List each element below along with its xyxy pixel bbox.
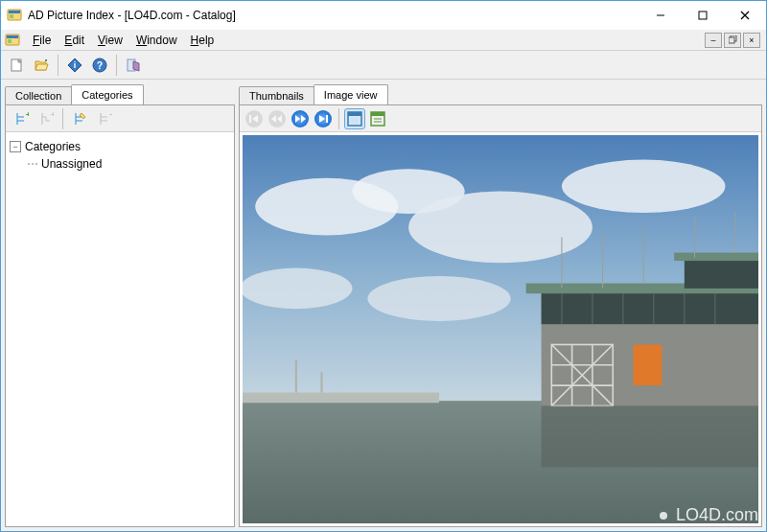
svg-text:i: i: [74, 60, 77, 70]
svg-rect-47: [348, 112, 361, 116]
svg-rect-75: [634, 344, 662, 385]
tab-categories[interactable]: Categories: [71, 84, 143, 104]
svg-rect-88: [542, 405, 758, 467]
svg-point-56: [408, 192, 593, 264]
next-image-button[interactable]: [290, 108, 311, 129]
collapse-icon[interactable]: −: [10, 141, 21, 152]
help-button[interactable]: ?: [88, 54, 111, 77]
main-toolbar: i ?: [1, 51, 766, 80]
app-icon: [7, 8, 22, 23]
tree-child-label: Unassigned: [41, 157, 102, 171]
svg-rect-45: [326, 115, 328, 123]
menu-file[interactable]: File: [26, 32, 58, 49]
svg-rect-9: [8, 39, 12, 43]
svg-rect-61: [243, 393, 439, 404]
svg-rect-2: [10, 14, 13, 18]
displayed-image: [243, 135, 758, 523]
first-image-button[interactable]: [244, 108, 265, 129]
menu-window[interactable]: Window: [129, 32, 184, 49]
right-pane-body: [239, 104, 762, 527]
minimize-button[interactable]: [639, 2, 682, 29]
properties-button[interactable]: i: [63, 54, 86, 77]
menu-help-rest: elp: [198, 34, 214, 47]
mdi-app-icon: [5, 33, 20, 48]
svg-text:−: −: [109, 111, 112, 119]
menu-view-rest: iew: [105, 34, 123, 47]
mdi-restore-button[interactable]: [724, 33, 741, 48]
titlebar: AD Picture Index - [LO4D.com - Catalog]: [1, 1, 766, 30]
mdi-minimize-button[interactable]: –: [705, 33, 722, 48]
menu-edit[interactable]: Edit: [58, 32, 91, 49]
maximize-button[interactable]: [682, 2, 724, 29]
menu-edit-rest: dit: [72, 34, 84, 47]
right-pane: Thumbnails Image view: [239, 83, 762, 527]
add-category-button[interactable]: +: [10, 107, 33, 130]
svg-rect-50: [371, 112, 384, 116]
svg-text:?: ?: [97, 60, 103, 71]
mdi-close-button[interactable]: ×: [743, 33, 760, 48]
menu-help[interactable]: Help: [184, 32, 221, 49]
tree-connector-icon: ⋯: [27, 157, 37, 171]
menu-file-rest: ile: [39, 34, 51, 47]
tree-child-row[interactable]: ⋯ Unassigned: [27, 155, 230, 173]
window-title: AD Picture Index - [LO4D.com - Catalog]: [28, 9, 639, 22]
open-catalog-button[interactable]: [30, 54, 53, 77]
new-catalog-button[interactable]: [5, 54, 28, 77]
svg-point-59: [367, 276, 510, 321]
close-button[interactable]: [724, 2, 766, 29]
category-tree[interactable]: − Categories ⋯ Unassigned: [6, 132, 234, 526]
edit-category-button[interactable]: [68, 107, 91, 130]
delete-category-button[interactable]: −: [93, 107, 116, 130]
content-area: Collection Categories + + −: [1, 80, 766, 531]
svg-rect-68: [674, 253, 758, 262]
left-pane: Collection Categories + + −: [5, 83, 235, 527]
actual-size-button[interactable]: [367, 108, 388, 129]
svg-rect-8: [7, 35, 18, 38]
tree-root-row[interactable]: − Categories: [10, 138, 230, 155]
menu-view[interactable]: View: [91, 32, 129, 49]
left-tabs: Collection Categories: [5, 83, 235, 104]
image-toolbar-separator: [338, 108, 339, 129]
svg-rect-67: [685, 258, 758, 289]
last-image-button[interactable]: [313, 108, 334, 129]
fit-window-button[interactable]: [344, 108, 365, 129]
svg-point-58: [243, 268, 352, 310]
svg-rect-11: [729, 37, 734, 43]
svg-point-57: [562, 160, 726, 213]
category-toolbar: + + −: [6, 105, 234, 132]
add-subcategory-button[interactable]: +: [35, 107, 58, 130]
category-toolbar-separator: [62, 108, 63, 129]
svg-text:+: +: [51, 111, 54, 119]
svg-rect-48: [351, 118, 359, 124]
image-viewer[interactable]: [240, 132, 761, 526]
right-tabs: Thumbnails Image view: [239, 83, 762, 104]
mdi-buttons: – ×: [705, 33, 762, 48]
app-window: AD Picture Index - [LO4D.com - Catalog] …: [0, 0, 767, 532]
menu-window-rest: indow: [147, 34, 176, 47]
left-pane-body: + + − − Categories: [5, 104, 235, 527]
tab-collection[interactable]: Collection: [5, 86, 72, 104]
tab-image-view[interactable]: Image view: [314, 84, 388, 104]
menubar: File Edit View Window Help – ×: [1, 30, 766, 51]
image-view-toolbar: [240, 105, 761, 132]
svg-rect-1: [9, 11, 20, 13]
tree-root-label: Categories: [25, 140, 81, 153]
toolbar-separator-1: [58, 55, 58, 76]
svg-rect-65: [542, 289, 758, 324]
exit-button[interactable]: [122, 54, 145, 77]
tree-children: ⋯ Unassigned: [27, 155, 230, 173]
toolbar-separator-2: [116, 55, 117, 76]
svg-rect-35: [249, 115, 251, 123]
tab-thumbnails[interactable]: Thumbnails: [239, 86, 314, 104]
svg-text:+: +: [26, 111, 29, 119]
svg-rect-4: [699, 12, 707, 19]
prev-image-button[interactable]: [267, 108, 288, 129]
